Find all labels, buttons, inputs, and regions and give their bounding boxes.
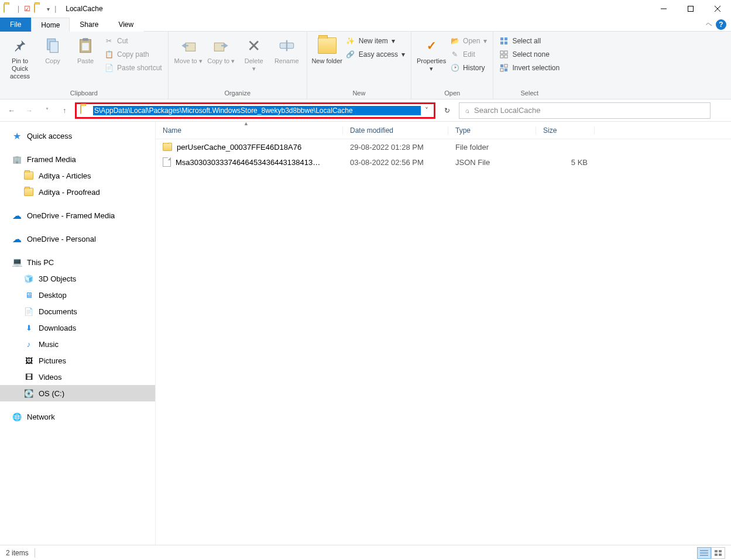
cloud-icon: ☁ — [12, 233, 22, 244]
cloud-icon: ☁ — [12, 210, 22, 221]
search-box[interactable]: ⌕ — [459, 102, 711, 119]
easy-access-icon: 🔗 — [346, 50, 355, 59]
refresh-button[interactable]: ↻ — [439, 102, 455, 119]
properties-icon: ✓ — [422, 36, 441, 55]
select-all-icon — [499, 36, 509, 46]
sidebar-aditya-proofread[interactable]: Aditya - Proofread — [0, 184, 155, 200]
sidebar-videos[interactable]: 🎞Videos — [0, 369, 155, 385]
search-icon: ⌕ — [465, 106, 469, 115]
minimize-button[interactable] — [650, 0, 677, 18]
select-all-button[interactable]: Select all — [497, 35, 562, 47]
easy-access-button[interactable]: 🔗Easy access ▾ — [344, 49, 407, 60]
tab-home[interactable]: Home — [31, 18, 70, 32]
delete-button[interactable]: ✕ Delete▾ — [238, 34, 270, 73]
back-button[interactable]: ← — [5, 104, 19, 118]
delete-icon: ✕ — [245, 36, 263, 55]
invert-selection-button[interactable]: Invert selection — [497, 62, 562, 74]
svg-rect-17 — [500, 51, 503, 54]
paste-shortcut-button[interactable]: 📄Paste shortcut — [102, 62, 164, 74]
paste-button[interactable]: Paste — [69, 34, 102, 65]
svg-rect-23 — [500, 68, 503, 71]
history-button[interactable]: 🕑History — [448, 62, 489, 74]
svg-rect-18 — [505, 51, 507, 54]
address-path[interactable]: S\AppData\Local\Packages\Microsoft.Windo… — [93, 106, 421, 115]
open-button[interactable]: 📂Open ▾ — [448, 35, 489, 47]
help-icon[interactable]: ? — [716, 19, 726, 30]
svg-rect-19 — [500, 55, 503, 58]
folder-icon — [23, 187, 34, 197]
column-header-type[interactable]: Type — [448, 126, 536, 135]
status-item-count: 2 items — [6, 549, 29, 557]
sidebar-framed-media[interactable]: 🏢Framed Media — [0, 151, 155, 167]
cut-button[interactable]: ✂Cut — [102, 35, 164, 47]
forward-button[interactable]: → — [22, 104, 36, 118]
qat-folder-icon[interactable] — [34, 4, 43, 13]
tab-share[interactable]: Share — [70, 18, 108, 32]
column-header-size[interactable]: Size — [536, 126, 595, 135]
copy-path-button[interactable]: 📋Copy path — [102, 49, 164, 60]
file-row[interactable]: Msa30303033374646453436443138413…03-08-2… — [156, 154, 731, 170]
ribbon-collapse-icon[interactable]: ヘ — [706, 20, 712, 29]
file-row[interactable]: perUserCache_00037FFE46D18A7629-08-2022 … — [156, 139, 731, 154]
open-icon: 📂 — [450, 36, 459, 46]
view-large-icons-button[interactable] — [711, 547, 725, 559]
sidebar-documents[interactable]: 📄Documents — [0, 303, 155, 319]
file-list: Name Date modified Type Size ▲ perUserCa… — [156, 122, 731, 545]
address-dropdown-icon[interactable]: ˅ — [421, 106, 433, 115]
close-button[interactable] — [704, 0, 731, 18]
svg-rect-5 — [50, 42, 58, 53]
search-input[interactable] — [474, 106, 704, 115]
new-folder-icon — [318, 36, 337, 55]
column-headers: Name Date modified Type Size — [156, 122, 731, 139]
ribbon-group-clipboard: Pin to Quick access Copy Paste ✂Cut 📋Cop… — [0, 32, 169, 99]
copy-to-button[interactable]: Copy to ▾ — [205, 34, 238, 65]
up-button[interactable]: ↑ — [57, 104, 71, 118]
rename-button[interactable]: Rename — [270, 34, 303, 65]
new-item-button[interactable]: ✨New item ▾ — [344, 35, 407, 47]
qat-dropdown-icon[interactable]: ▾ — [47, 6, 50, 12]
sidebar-desktop[interactable]: 🖥Desktop — [0, 287, 155, 303]
sidebar-music[interactable]: ♪Music — [0, 336, 155, 352]
view-details-button[interactable] — [697, 547, 711, 559]
tab-view[interactable]: View — [108, 18, 143, 32]
tab-file[interactable]: File — [0, 18, 31, 32]
pin-to-quick-access-button[interactable]: Pin to Quick access — [4, 34, 36, 81]
column-header-date[interactable]: Date modified — [343, 126, 448, 135]
ribbon: Pin to Quick access Copy Paste ✂Cut 📋Cop… — [0, 32, 731, 99]
svg-rect-7 — [83, 38, 88, 41]
navigation-pane[interactable]: ★Quick access 🏢Framed Media Aditya - Art… — [0, 122, 156, 545]
edit-button[interactable]: ✎Edit — [448, 49, 489, 60]
sidebar-onedrive-framed[interactable]: ☁OneDrive - Framed Media — [0, 207, 155, 224]
properties-button[interactable]: ✓ Properties▾ — [415, 34, 448, 73]
maximize-button[interactable] — [677, 0, 704, 18]
copy-button[interactable]: Copy — [36, 34, 69, 65]
sidebar-os-c[interactable]: 💽OS (C:) — [0, 385, 155, 401]
move-to-icon — [179, 36, 198, 55]
qat-checkbox-icon[interactable]: ☑ — [24, 5, 30, 13]
drive-icon: 💽 — [23, 388, 34, 398]
column-header-name[interactable]: Name — [156, 126, 343, 135]
sidebar-this-pc[interactable]: 💻This PC — [0, 254, 155, 270]
file-date: 29-08-2022 01:28 PM — [343, 143, 448, 152]
svg-rect-16 — [505, 42, 507, 44]
main-area: ★Quick access 🏢Framed Media Aditya - Art… — [0, 122, 731, 545]
new-folder-button[interactable]: New folder — [311, 34, 344, 65]
select-none-button[interactable]: Select none — [497, 49, 562, 60]
sidebar-downloads[interactable]: ⬇Downloads — [0, 319, 155, 336]
svg-rect-30 — [715, 554, 718, 556]
svg-rect-29 — [719, 550, 722, 552]
sidebar-onedrive-personal[interactable]: ☁OneDrive - Personal — [0, 231, 155, 247]
sidebar-pictures[interactable]: 🖼Pictures — [0, 352, 155, 369]
sort-indicator-icon: ▲ — [243, 122, 249, 126]
sidebar-network[interactable]: 🌐Network — [0, 408, 155, 425]
recent-locations-button[interactable]: ˅ — [40, 104, 54, 118]
folder-icon — [23, 170, 34, 181]
sidebar-3d-objects[interactable]: 🧊3D Objects — [0, 270, 155, 287]
sidebar-quick-access[interactable]: ★Quick access — [0, 128, 155, 144]
move-to-button[interactable]: Move to ▾ — [172, 34, 205, 65]
rename-icon — [277, 36, 296, 55]
address-bar[interactable]: S\AppData\Local\Packages\Microsoft.Windo… — [75, 102, 435, 119]
desktop-icon: 🖥 — [23, 290, 34, 300]
file-icon — [163, 157, 171, 167]
sidebar-aditya-articles[interactable]: Aditya - Articles — [0, 167, 155, 184]
